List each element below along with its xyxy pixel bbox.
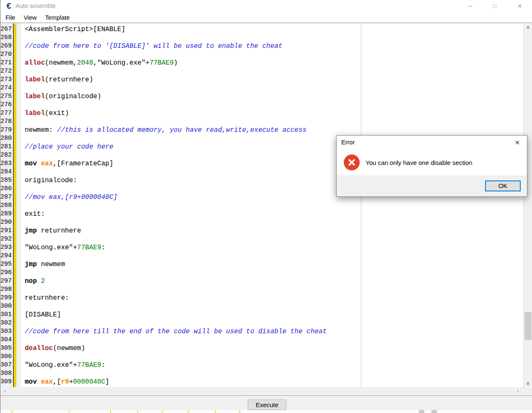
code-line[interactable] (25, 319, 523, 327)
code-token: jmp (25, 261, 37, 268)
code-token: mov (25, 378, 37, 386)
gutter-line-numbers: 2672682692702712722732742752762772782792… (0, 24, 13, 387)
line-number: 272 (0, 67, 13, 76)
line-number: 282 (0, 151, 13, 159)
line-number: 306 (0, 353, 13, 361)
code-line[interactable] (25, 252, 523, 260)
code-line[interactable]: label(returnhere) (25, 76, 523, 84)
code-token: + (69, 378, 73, 386)
code-line[interactable] (25, 285, 523, 294)
code-line[interactable]: //code from here to '[DISABLE]' will be … (25, 42, 523, 50)
script-editor[interactable]: 2672682692702712722732742752762772782792… (0, 24, 523, 387)
code-token: alloc (25, 59, 45, 67)
code-line[interactable]: dealloc(newmem) (25, 344, 523, 353)
line-number: 294 (0, 252, 13, 260)
code-line[interactable] (25, 50, 523, 59)
vertical-scrollbar-thumb[interactable] (524, 312, 532, 340)
code-token: 77BAE9 (77, 361, 101, 369)
code-line[interactable]: label(exit) (25, 109, 523, 118)
code-token: dealloc (25, 345, 53, 352)
execute-button[interactable]: Execute (248, 400, 286, 410)
line-number: 297 (0, 277, 13, 285)
code-area[interactable]: <AssemblerScript>[ENABLE]//code from her… (21, 24, 523, 387)
code-token: 2048 (77, 59, 93, 67)
minimize-button[interactable]: ─ (465, 1, 476, 11)
dialog-title: Error (341, 139, 355, 146)
code-token: 0000040C (73, 378, 105, 386)
code-line[interactable] (25, 118, 523, 126)
menu-bar: File View Template (0, 13, 532, 23)
horizontal-scrollbar[interactable]: ‹ › (0, 387, 523, 395)
code-token: 77BAE9 (150, 59, 174, 67)
scroll-up-icon[interactable]: ∧ (524, 24, 532, 31)
menu-template[interactable]: Template (41, 14, 74, 21)
code-line[interactable] (25, 201, 523, 210)
scroll-down-icon[interactable]: ∨ (524, 379, 532, 387)
code-token: newmem: (25, 126, 57, 134)
code-line[interactable] (25, 67, 523, 76)
line-number: 269 (0, 42, 13, 50)
code-line[interactable]: jmp newmem (25, 260, 523, 269)
window-title: Auto assemble (16, 3, 56, 9)
code-line[interactable]: [DISABLE] (25, 311, 523, 319)
line-number: 278 (0, 118, 13, 126)
ok-button[interactable]: OK (485, 180, 521, 191)
code-line[interactable] (25, 101, 523, 109)
code-line[interactable]: jmp returnhere (25, 227, 523, 235)
menu-view[interactable]: View (19, 14, 41, 21)
code-line[interactable]: //code from here till the end of the cod… (25, 327, 523, 336)
code-token: //code from here to '[DISABLE]' will be … (25, 42, 283, 50)
code-line[interactable] (25, 269, 523, 277)
line-number: 309 (0, 378, 13, 386)
code-line[interactable]: exit: (25, 210, 523, 218)
code-token: label (25, 93, 45, 100)
code-token: label (25, 76, 45, 84)
code-line[interactable]: <AssemblerScript>[ENABLE] (25, 25, 523, 34)
code-line[interactable] (25, 84, 523, 92)
code-token: ] (105, 378, 109, 386)
line-number: 307 (0, 361, 13, 369)
code-token: ) (174, 59, 178, 67)
vertical-scrollbar[interactable]: ∧ ∨ (523, 24, 532, 387)
code-token: newmem (37, 261, 65, 268)
code-line[interactable] (25, 235, 523, 243)
code-line[interactable] (25, 218, 523, 227)
code-line[interactable]: "WoLong.exe"+77BAE9: (25, 243, 523, 252)
code-line[interactable] (25, 34, 523, 42)
code-token: ,[FramerateCap] (53, 160, 113, 167)
code-line[interactable] (25, 353, 523, 361)
code-line[interactable]: alloc(newmem,2048,"WoLong.exe"+77BAE9) (25, 59, 523, 67)
dialog-close-icon[interactable]: ✕ (513, 138, 522, 147)
error-icon (344, 154, 360, 170)
menu-file[interactable]: File (1, 14, 19, 21)
code-line[interactable]: returnhere: (25, 294, 523, 302)
scroll-right-icon[interactable]: › (514, 387, 522, 395)
sliver-tick (69, 410, 70, 413)
close-button[interactable]: ✕ (514, 1, 525, 11)
line-number: 292 (0, 235, 13, 243)
code-token: //code from here till the end of the cod… (25, 328, 327, 335)
code-line[interactable]: newmem: //this is allocated memory, you … (25, 126, 523, 134)
code-line[interactable]: nop 2 (25, 277, 523, 285)
line-number: 303 (0, 327, 13, 336)
error-message: You can only have one disable section (366, 159, 472, 166)
line-number: 293 (0, 243, 13, 252)
code-token: originalcode: (25, 177, 77, 184)
code-line[interactable]: "WoLong.exe"+77BAE9: (25, 361, 523, 369)
maximize-button[interactable]: □ (489, 1, 500, 11)
code-line[interactable] (25, 369, 523, 378)
line-number: 279 (0, 126, 13, 134)
code-line[interactable] (25, 302, 523, 311)
sliver-tick (239, 410, 240, 413)
line-number: 276 (0, 101, 13, 109)
line-number: 267 (0, 25, 13, 34)
scroll-left-icon[interactable]: ‹ (1, 387, 9, 395)
line-number: 289 (0, 210, 13, 218)
line-number: 280 (0, 134, 13, 143)
code-line[interactable]: label(originalcode) (25, 92, 523, 101)
line-number: 274 (0, 84, 13, 92)
code-line[interactable] (25, 336, 523, 344)
line-number: 275 (0, 92, 13, 101)
sliver-tick (188, 410, 189, 413)
code-line[interactable]: mov eax,[r9+0000040C] (25, 378, 523, 386)
